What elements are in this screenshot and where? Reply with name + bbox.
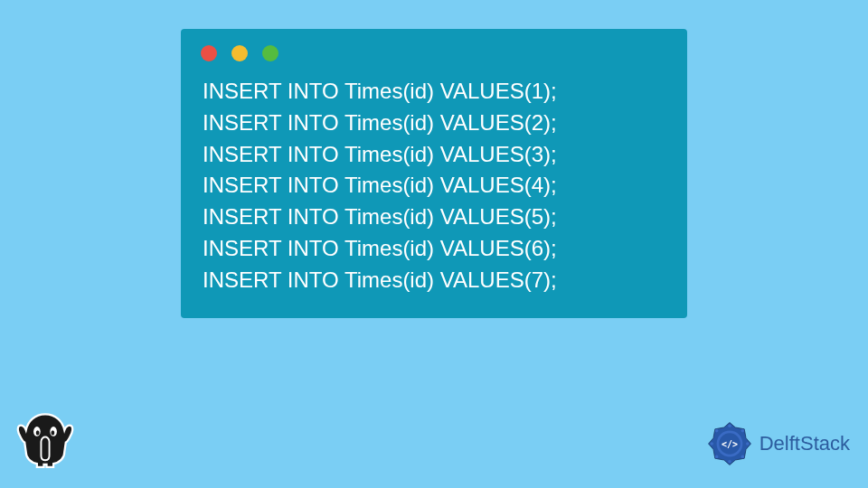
svg-point-11	[728, 460, 731, 464]
postgresql-elephant-icon	[11, 403, 80, 474]
code-line: INSERT INTO Times(id) VALUES(5);	[203, 202, 665, 233]
svg-point-7	[728, 424, 731, 427]
brand-name: DelftStack	[760, 432, 850, 455]
code-line: INSERT INTO Times(id) VALUES(4);	[203, 170, 665, 202]
code-line: INSERT INTO Times(id) VALUES(2);	[203, 108, 665, 139]
svg-point-13	[710, 442, 713, 446]
window-controls	[181, 29, 687, 69]
close-icon	[201, 45, 217, 61]
brand-logo: </> DelftStack	[705, 419, 850, 468]
svg-point-8	[741, 429, 744, 433]
code-content: INSERT INTO Times(id) VALUES(1); INSERT …	[181, 69, 687, 296]
svg-point-14	[715, 429, 719, 433]
svg-point-9	[746, 442, 750, 446]
minimize-icon	[231, 45, 248, 61]
code-line: INSERT INTO Times(id) VALUES(7);	[203, 265, 665, 296]
code-line: INSERT INTO Times(id) VALUES(3);	[203, 139, 665, 171]
delftstack-icon: </>	[705, 419, 754, 468]
svg-point-12	[715, 455, 719, 459]
maximize-icon	[262, 45, 278, 61]
code-line: INSERT INTO Times(id) VALUES(6);	[203, 233, 665, 265]
svg-text:</>: </>	[722, 439, 738, 449]
svg-point-10	[741, 455, 744, 459]
svg-point-2	[36, 430, 40, 435]
svg-point-3	[51, 430, 54, 435]
code-window: INSERT INTO Times(id) VALUES(1); INSERT …	[181, 29, 687, 318]
code-line: INSERT INTO Times(id) VALUES(1);	[203, 76, 665, 108]
